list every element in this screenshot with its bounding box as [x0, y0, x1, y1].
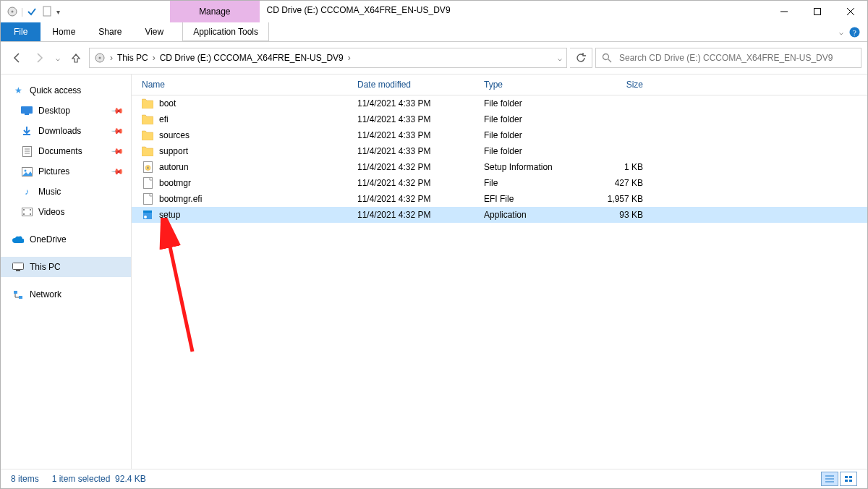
- sidebar-label: Documents: [38, 146, 82, 156]
- window-title: CD Drive (E:) CCCOMA_X64FRE_EN-US_DV9: [260, 1, 458, 20]
- svg-rect-33: [147, 167, 148, 169]
- file-name: autorun: [159, 162, 189, 172]
- address-bar[interactable]: › This PC › CD Drive (E:) CCCOMA_X64FRE_…: [89, 48, 567, 68]
- sidebar-label: Quick access: [30, 85, 81, 95]
- svg-text:?: ?: [853, 27, 856, 36]
- drive-icon: [5, 4, 20, 19]
- folder-icon: [142, 145, 153, 157]
- sidebar-label: Videos: [38, 207, 64, 217]
- column-headers: Name ⌃ Date modified Type Size: [132, 75, 867, 95]
- col-date[interactable]: Date modified: [350, 80, 477, 90]
- maximize-button[interactable]: [801, 1, 834, 22]
- videos-icon: [21, 206, 33, 218]
- search-input[interactable]: [618, 52, 855, 64]
- sidebar-label: Music: [38, 187, 61, 197]
- sidebar-label: This PC: [30, 262, 61, 272]
- music-icon: ♪: [21, 186, 33, 197]
- svg-point-10: [99, 57, 101, 59]
- status-selection: 1 item selected 92.4 KB: [52, 474, 146, 484]
- col-size[interactable]: Size: [585, 80, 650, 90]
- svg-rect-42: [845, 476, 848, 478]
- pin-icon: 📌: [110, 144, 124, 158]
- file-row[interactable]: boot11/4/2021 4:33 PMFile folder: [132, 95, 867, 111]
- pc-icon: [12, 261, 24, 273]
- file-row[interactable]: autorun11/4/2021 4:32 PMSetup Informatio…: [132, 159, 867, 175]
- check-icon[interactable]: [25, 4, 39, 19]
- col-name[interactable]: Name: [132, 80, 350, 90]
- sidebar-onedrive[interactable]: OneDrive: [1, 229, 131, 250]
- file-row[interactable]: bootmgr11/4/2021 4:32 PMFile427 KB: [132, 175, 867, 191]
- pin-icon: 📌: [110, 124, 124, 137]
- sidebar-documents[interactable]: Documents 📌: [1, 141, 131, 161]
- svg-point-21: [24, 169, 26, 171]
- file-row[interactable]: setup11/4/2021 4:32 PMApplication93 KB: [132, 207, 867, 223]
- status-item-count: 8 items: [11, 474, 39, 484]
- sidebar-downloads[interactable]: Downloads 📌: [1, 121, 131, 141]
- svg-rect-30: [19, 296, 22, 299]
- folder-icon: [142, 114, 153, 125]
- file-type: File: [477, 178, 585, 188]
- svg-rect-24: [23, 213, 25, 215]
- file-type: File folder: [477, 98, 585, 109]
- search-box[interactable]: [595, 48, 861, 68]
- pin-icon: 📌: [110, 164, 124, 178]
- file-date: 11/4/2021 4:33 PM: [350, 130, 477, 140]
- chevron-right-icon[interactable]: ›: [348, 53, 351, 63]
- svg-rect-13: [21, 106, 33, 114]
- file-size: 93 KB: [585, 210, 650, 220]
- svg-point-38: [144, 216, 147, 218]
- file-row[interactable]: efi11/4/2021 4:33 PMFile folder: [132, 111, 867, 127]
- refresh-button[interactable]: [570, 48, 592, 68]
- inf-icon: [142, 161, 153, 173]
- breadcrumb-thispc[interactable]: This PC: [117, 53, 148, 63]
- breadcrumb-current[interactable]: CD Drive (E:) CCCOMA_X64FRE_EN-US_DV9: [160, 53, 344, 63]
- svg-rect-44: [845, 480, 848, 482]
- new-doc-icon[interactable]: [41, 4, 55, 19]
- sidebar-network[interactable]: Network: [1, 284, 131, 305]
- file-type: File folder: [477, 146, 585, 156]
- forward-button[interactable]: [30, 48, 50, 68]
- qat-dropdown-icon[interactable]: ▾: [56, 8, 60, 16]
- sidebar-quick-access[interactable]: ★ Quick access: [1, 80, 131, 101]
- up-button[interactable]: [66, 48, 86, 68]
- file-row[interactable]: sources11/4/2021 4:33 PMFile folder: [132, 127, 867, 143]
- chevron-right-icon[interactable]: ›: [153, 53, 156, 63]
- folder-icon: [142, 129, 153, 141]
- file-date: 11/4/2021 4:32 PM: [350, 178, 477, 188]
- file-row[interactable]: support11/4/2021 4:33 PMFile folder: [132, 143, 867, 159]
- close-button[interactable]: [834, 1, 867, 22]
- sidebar-videos[interactable]: Videos: [1, 202, 131, 222]
- col-type[interactable]: Type: [477, 80, 585, 90]
- menu-view[interactable]: View: [133, 22, 175, 41]
- sidebar-desktop[interactable]: Desktop 📌: [1, 101, 131, 121]
- minimize-button[interactable]: [767, 1, 801, 22]
- view-details-button[interactable]: [821, 472, 838, 486]
- svg-rect-14: [25, 114, 29, 115]
- menu-file[interactable]: File: [1, 22, 41, 41]
- address-dropdown-icon[interactable]: ⌵: [558, 54, 562, 62]
- help-icon[interactable]: ?: [849, 27, 860, 38]
- ribbon-tab-application-tools[interactable]: Application Tools: [182, 22, 269, 41]
- file-size: 427 KB: [585, 178, 650, 188]
- sidebar-label: Network: [30, 289, 61, 299]
- recent-dropdown-icon[interactable]: ⌵: [53, 48, 63, 68]
- ribbon-tab-manage[interactable]: Manage: [170, 1, 259, 22]
- file-name: setup: [159, 210, 180, 220]
- downloads-icon: [21, 125, 33, 137]
- sidebar-pictures[interactable]: Pictures 📌: [1, 161, 131, 182]
- view-large-icons-button[interactable]: [840, 472, 857, 486]
- menu-home[interactable]: Home: [41, 22, 87, 41]
- file-name: bootmgr: [159, 178, 191, 188]
- menu-share[interactable]: Share: [87, 22, 133, 41]
- back-button[interactable]: [7, 48, 27, 68]
- chevron-right-icon[interactable]: ›: [110, 53, 113, 63]
- file-name: boot: [159, 98, 176, 109]
- sidebar-this-pc[interactable]: This PC: [1, 257, 131, 277]
- svg-rect-26: [30, 213, 31, 215]
- ribbon-collapse-icon[interactable]: ⌵: [839, 28, 843, 36]
- pictures-icon: [21, 166, 33, 177]
- svg-rect-25: [30, 209, 31, 211]
- file-date: 11/4/2021 4:33 PM: [350, 98, 477, 109]
- file-row[interactable]: bootmgr.efi11/4/2021 4:32 PMEFI File1,95…: [132, 191, 867, 207]
- sidebar-music[interactable]: ♪ Music: [1, 182, 131, 202]
